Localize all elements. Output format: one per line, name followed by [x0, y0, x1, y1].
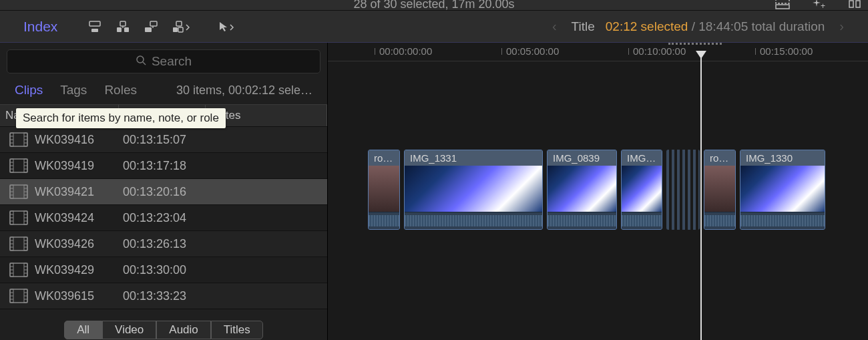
timeline-clip[interactable]: IMG_1331: [404, 150, 543, 230]
timeline-ruler[interactable]: 00:00:00:0000:05:00:0000:10:00:0000:15:0…: [328, 43, 868, 61]
clip-label: IMG_…: [622, 150, 662, 166]
svg-rect-8: [124, 27, 129, 32]
svg-rect-7: [117, 27, 122, 32]
playhead[interactable]: [700, 52, 702, 340]
index-sidebar: Search Clips Tags Roles 30 items, 00:02:…: [0, 43, 327, 340]
row-name: WK039419: [35, 159, 119, 173]
row-name: WK039426: [35, 237, 119, 251]
ruler-mark: 00:15:00:00: [755, 45, 813, 57]
svg-rect-1: [776, 0, 789, 3]
clip-audio: [548, 212, 616, 229]
title-label: Title: [572, 19, 595, 34]
row-name: WK039615: [35, 289, 119, 303]
clip-label: IMG_1330: [740, 150, 825, 166]
search-placeholder: Search: [152, 54, 192, 69]
search-input[interactable]: Search: [7, 49, 320, 73]
clip-label: roll…: [369, 150, 399, 166]
table-row[interactable]: WK039416 00:13:15:07: [0, 127, 327, 153]
row-position: 00:13:33:23: [119, 289, 206, 303]
clip-icon: [9, 158, 28, 173]
clip-label: IMG_0839: [548, 150, 616, 166]
overwrite-clip-icon[interactable]: [172, 19, 190, 34]
row-position: 00:13:17:18: [119, 159, 206, 173]
clip-icon: [9, 289, 28, 303]
duration-separator: /: [692, 19, 699, 33]
timeline-clip[interactable]: IMG_…: [621, 150, 662, 230]
clip-gap: [666, 150, 700, 230]
table-row[interactable]: WK039424 00:13:23:04: [0, 205, 327, 231]
row-name: WK039429: [35, 263, 119, 277]
svg-rect-10: [145, 27, 152, 32]
insert-clip-icon[interactable]: [116, 19, 130, 34]
timeline-clip[interactable]: IMG_1330: [740, 150, 825, 230]
tab-roles[interactable]: Roles: [104, 83, 137, 98]
svg-rect-9: [120, 21, 126, 26]
clip-thumbnail: [704, 166, 735, 212]
clip-audio: [740, 212, 825, 229]
clip-audio: [622, 212, 662, 229]
selected-duration: 02:12 selected: [606, 19, 688, 33]
row-name: WK039416: [35, 133, 119, 147]
filter-titles[interactable]: Titles: [211, 321, 263, 339]
clip-thumbnail: [740, 166, 825, 212]
index-button[interactable]: Index: [7, 19, 74, 35]
clip-icon: [9, 132, 28, 147]
table-row[interactable]: WK039419 00:13:17:18: [0, 153, 327, 179]
row-position: 00:13:23:04: [119, 211, 206, 225]
prev-chevron-icon[interactable]: ‹: [548, 19, 561, 34]
clip-audio: [704, 212, 735, 229]
filter-all[interactable]: All: [64, 321, 102, 339]
svg-rect-5: [89, 21, 100, 26]
clip-label: roll…: [704, 150, 735, 166]
layout-icon[interactable]: [775, 0, 791, 12]
svg-text:+: +: [821, 1, 825, 11]
row-position: 00:13:26:13: [119, 237, 206, 251]
clip-thumbnail: [548, 166, 616, 212]
clip-rows: WK039416 00:13:15:07 WK039419 00:13:17:1…: [0, 127, 327, 320]
snap-icon[interactable]: [847, 0, 863, 12]
row-name: WK039421: [35, 185, 119, 199]
svg-rect-13: [178, 27, 183, 32]
row-position: 00:13:20:16: [119, 185, 206, 199]
ruler-mark: 00:05:00:00: [501, 45, 559, 57]
clip-icon: [9, 210, 28, 225]
svg-rect-11: [150, 21, 157, 26]
timeline-clip[interactable]: IMG_0839: [547, 150, 617, 230]
table-row[interactable]: WK039426 00:13:26:13: [0, 231, 327, 257]
filter-video[interactable]: Video: [102, 321, 156, 339]
filter-bar: All Video Audio Titles: [0, 320, 327, 340]
svg-rect-0: [776, 5, 789, 9]
timeline-clip[interactable]: roll…: [368, 150, 400, 230]
timeline[interactable]: 00:00:00:0000:05:00:0000:10:00:0000:15:0…: [327, 43, 868, 340]
status-text: 28 of 30 selected, 17m 20.00s: [353, 0, 514, 11]
next-chevron-icon[interactable]: ›: [835, 19, 848, 34]
status-bar: 28 of 30 selected, 17m 20.00s +: [0, 0, 868, 10]
svg-rect-14: [176, 21, 182, 26]
tab-clips[interactable]: Clips: [15, 83, 43, 98]
clip-label: IMG_1331: [405, 150, 542, 166]
clip-icon: [9, 236, 28, 251]
toolbar: Index ‹ Title 02:12 selected / 18:44:05 …: [0, 10, 868, 43]
tab-tags[interactable]: Tags: [60, 83, 87, 98]
clip-thumbnail: [405, 166, 542, 212]
clip-audio: [369, 212, 399, 229]
sparkle-add-icon[interactable]: +: [811, 0, 827, 12]
table-row[interactable]: WK039421 00:13:20:16: [0, 179, 327, 205]
timeline-clip[interactable]: roll…: [704, 150, 736, 230]
connect-clip-icon[interactable]: [87, 19, 102, 34]
append-clip-icon[interactable]: [144, 19, 158, 34]
clip-icon: [9, 184, 28, 199]
clips-lane: roll…IMG_1331IMG_0839IMG_…roll…IMG_1330: [328, 150, 868, 230]
total-duration: 18:44:05 total duration: [698, 19, 825, 33]
clip-audio: [405, 212, 542, 229]
svg-rect-6: [91, 29, 98, 32]
clip-thumbnail: [369, 166, 399, 212]
table-row[interactable]: WK039615 00:13:33:23: [0, 283, 327, 309]
clip-thumbnail: [622, 166, 662, 212]
row-position: 00:13:15:07: [119, 133, 206, 147]
table-row[interactable]: WK039429 00:13:30:00: [0, 257, 327, 283]
select-tool-icon[interactable]: [217, 20, 234, 33]
svg-point-15: [137, 56, 144, 63]
filter-audio[interactable]: Audio: [156, 321, 210, 339]
row-position: 00:13:30:00: [119, 263, 206, 277]
